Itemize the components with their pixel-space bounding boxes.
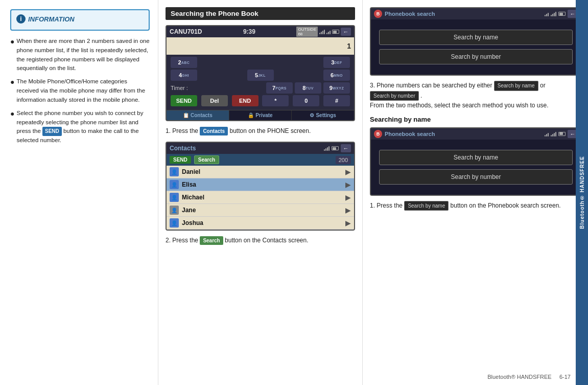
key-4[interactable]: 4GHI — [171, 70, 197, 81]
pb-battery-1 — [558, 12, 566, 16]
nav-settings-label: Settings — [316, 112, 336, 118]
bullet-1: ● When there are more than 2 numbers sav… — [10, 37, 150, 73]
info-title-text: INFORMATION — [28, 15, 75, 23]
sidebar-label: Bluetooth® HANDSFREE — [579, 156, 585, 229]
step2-end: button on the Contacts screen. — [225, 237, 308, 244]
back-arrow-phone[interactable]: ← — [341, 28, 351, 36]
contacts-signal-icon — [324, 146, 330, 151]
phone-status-icons: OUTSIDE68 ← — [296, 27, 351, 37]
pb-search-by-number-2[interactable]: Search by number — [379, 169, 573, 185]
key-star[interactable]: * — [262, 95, 289, 106]
key-0[interactable]: 0 — [293, 95, 319, 106]
middle-column: Searching the Phone Book CANU701D 9:39 O… — [158, 0, 363, 385]
pb-body-2: Search by name Search by number — [371, 140, 581, 195]
contact-name-jane: Jane — [182, 207, 342, 214]
gear-icon: ⚙ — [310, 112, 314, 118]
contacts-topbar: Contacts ← — [167, 143, 354, 154]
contacts-send-btn[interactable]: SEND — [170, 156, 191, 164]
pb-title-2: Phonebook search — [385, 131, 435, 137]
key-end[interactable]: END — [232, 95, 258, 106]
bullet-text-2: The Mobile Phone/Office/Home categories … — [16, 77, 150, 104]
contacts-search-btn[interactable]: Search — [194, 155, 219, 164]
contacts-list: 👤 Daniel ▶ 👤 Elisa ▶ 👤 Michael ▶ 👤 Jane … — [167, 166, 354, 230]
key-3[interactable]: 3DEF — [323, 57, 350, 68]
pb-topbar-right-2: ← — [545, 130, 578, 138]
step3-or: or — [540, 82, 546, 89]
phone-screen: CANU701D 9:39 OUTSIDE68 ← — [166, 25, 355, 121]
key-7[interactable]: 7PQRS — [266, 82, 293, 94]
bullet-text-1: When there are more than 2 numbers saved… — [16, 37, 150, 73]
contacts-button-tag: Contacts — [200, 127, 228, 135]
step-name1-post: button on the Phonebook search screen. — [451, 202, 561, 209]
phone-topbar: CANU701D 9:39 OUTSIDE68 ← — [167, 26, 354, 37]
nav-contacts[interactable]: 📋 Contacts — [167, 110, 229, 120]
key-del[interactable]: Del — [201, 95, 228, 106]
bullet-dot-2: ● — [10, 77, 14, 104]
contact-icon-jane: 👤 — [170, 206, 179, 215]
search-button-tag: Search — [200, 236, 223, 245]
pb-search-by-number-1[interactable]: Search by number — [379, 49, 573, 64]
step-name1-pre: 1. Press the — [370, 202, 403, 209]
contact-row-joshua[interactable]: 👤 Joshua ▶ — [167, 217, 354, 230]
contacts-back-arrow[interactable]: ← — [341, 144, 351, 152]
key-9[interactable]: 9WXYZ — [323, 82, 350, 94]
nav-private[interactable]: 🔒 Private — [229, 110, 292, 120]
contact-icon-joshua: 👤 — [170, 218, 179, 228]
phonebook-screen-2: B Phonebook search ← — [370, 127, 582, 196]
phone-display-text — [170, 42, 172, 50]
contact-name-joshua: Joshua — [182, 219, 342, 227]
contacts-count: 200 — [336, 156, 351, 164]
nav-settings[interactable]: ⚙ Settings — [292, 110, 354, 120]
bullet-dot-1: ● — [10, 37, 14, 73]
section-title-text: Searching the Phone Book — [171, 10, 258, 17]
bullet-text-3: Select the phone number you wish to conn… — [16, 109, 150, 145]
key-6[interactable]: 6MNO — [323, 70, 350, 81]
step-name1-text: 1. Press the Search by name button on th… — [370, 201, 582, 211]
contacts-title: Contacts — [170, 145, 196, 152]
pb-search-by-name-2[interactable]: Search by name — [379, 150, 573, 165]
contact-icon-elisa: 👤 — [170, 180, 179, 189]
bullet-dot-3: ● — [10, 109, 14, 145]
contact-arrow-joshua: ▶ — [345, 219, 351, 227]
footer-page-label: Bluetooth® HANDSFREE — [487, 374, 552, 380]
timer-row: Timer : 7PQRS 8TUV 9WXYZ — [171, 82, 350, 94]
contacts-battery — [332, 146, 339, 150]
pb-topbar-1: B Phonebook search ← — [371, 8, 581, 19]
contacts-screen: Contacts ← SEND Search 200 👤 — [166, 142, 355, 231]
contact-name-daniel: Daniel — [182, 168, 342, 175]
contact-row-highlighted[interactable]: 👤 Elisa ▶ — [167, 178, 354, 191]
page-footer: Bluetooth® HANDSFREE 6-17 — [363, 374, 576, 380]
key-send[interactable]: SEND — [171, 95, 197, 106]
phone-id: CANU701D — [170, 28, 202, 35]
timer-label: Timer : — [171, 85, 188, 91]
phone-time: 9:39 — [243, 28, 255, 35]
phone-num-display: 1 — [347, 42, 351, 50]
contacts-icon: 📋 — [183, 112, 189, 118]
search-name-tag-step: Search by name — [404, 201, 449, 211]
key-8[interactable]: 8TUV — [295, 82, 321, 94]
key-hash[interactable]: # — [323, 95, 350, 106]
contacts-header-row: SEND Search 200 — [167, 154, 354, 166]
contact-row-michael[interactable]: 👤 Michael ▶ — [167, 191, 354, 204]
key-5[interactable]: 5JKL — [247, 70, 274, 81]
info-title: i INFORMATION — [16, 14, 144, 24]
step1-end: button on the PHONE screen. — [230, 127, 311, 134]
contacts-topbar-right: ← — [324, 144, 351, 152]
contact-row-jane[interactable]: 👤 Jane ▶ — [167, 204, 354, 217]
step2-pre: 2. Press the — [166, 237, 198, 244]
key-2[interactable]: 2ABC — [171, 57, 197, 68]
phone-bottom-nav: 📋 Contacts 🔒 Private ⚙ Settings — [167, 110, 354, 120]
pb-search-by-name-1[interactable]: Search by name — [379, 30, 573, 45]
pb-title-1: Phonebook search — [385, 11, 435, 17]
bluetooth-icon: B — [374, 10, 382, 18]
pb-topbar-left-2: B Phonebook search — [374, 130, 435, 138]
footer-page-number: 6-17 — [559, 374, 571, 380]
nav-contacts-label: Contacts — [191, 112, 213, 118]
info-box: i INFORMATION — [10, 9, 150, 31]
info-icon: i — [16, 14, 26, 24]
outside-badge: OUTSIDE68 — [296, 27, 318, 37]
contact-row[interactable]: 👤 Daniel ▶ — [167, 166, 354, 178]
pb-topbar-2: B Phonebook search ← — [371, 128, 581, 140]
right-sidebar: Bluetooth® HANDSFREE — [576, 0, 588, 385]
phonebook-screen-1: B Phonebook search ← — [370, 7, 582, 76]
